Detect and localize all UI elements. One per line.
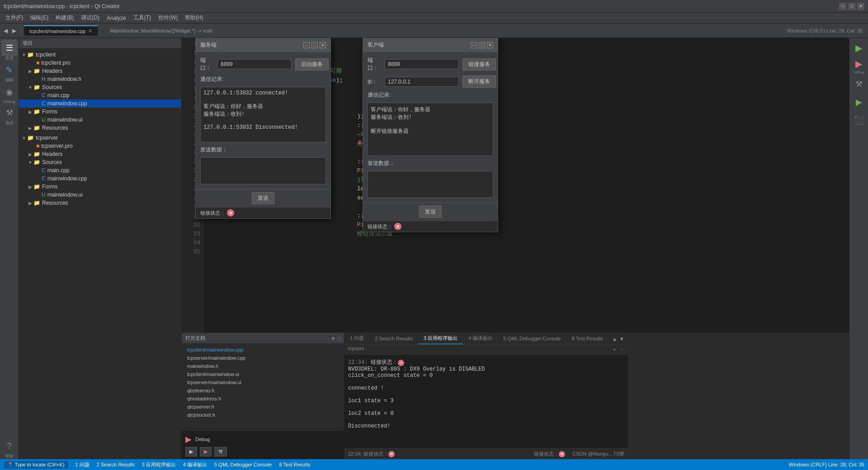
tree-item-forms1[interactable]: ▶ 📁 Forms — [19, 108, 181, 116]
client-close-btn[interactable]: ✕ — [487, 42, 493, 48]
output-line-status: 22:34: 链接状态：✕ — [348, 358, 624, 366]
menu-item-编辑(E)[interactable]: 编辑(E) — [27, 13, 52, 23]
menu-item-Analyze[interactable]: Analyze — [103, 14, 130, 22]
od-item-8[interactable]: qtcpserver.h — [182, 403, 344, 411]
status-locate[interactable]: 📍 Type to locate (Ctrl+K) — [4, 461, 68, 469]
tree-item-sources2[interactable]: ▼ 📁 Sources — [19, 158, 181, 166]
server-port-input[interactable] — [217, 59, 292, 69]
bottom-tab-compile[interactable]: 4 编译输出 — [463, 333, 498, 344]
tree-item-main-cpp1[interactable]: C main.cpp — [19, 91, 181, 99]
tree-label-pro: tcpclient.pro — [41, 60, 71, 66]
debug-run-btn[interactable]: ▶ — [200, 447, 212, 456]
od-item-2[interactable]: tcpserver/mainwindow.cpp — [182, 354, 344, 362]
menu-item-控件(W)[interactable]: 控件(W) — [155, 13, 181, 23]
tree-item-resources1[interactable]: ▶ 📁 Resources — [19, 124, 181, 132]
bottom-tab-down[interactable]: ▼ — [619, 336, 625, 342]
bottom-tab-search[interactable]: 2 Search Results — [369, 334, 418, 344]
bottom-tab-tests[interactable]: 8 Test Results — [566, 334, 609, 344]
status-search[interactable]: 2 Search Results — [97, 462, 135, 467]
tree-item-headers2[interactable]: ▶ 📁 Headers — [19, 150, 181, 158]
ds-build-btn[interactable]: ⚒ — [851, 76, 867, 92]
client-disconnect-btn[interactable]: 断开服务 — [462, 75, 496, 88]
output-line-disconnected: Disconnected! — [348, 423, 624, 429]
od-item-7[interactable]: qhostaddress.h — [182, 395, 344, 403]
server-send-btn[interactable]: 发送 — [252, 192, 274, 204]
od-item-6[interactable]: qbytearray.h — [182, 386, 344, 395]
menu-item-调试(D)[interactable]: 调试(D) — [77, 13, 103, 23]
tree-item-sources1[interactable]: ▼ 📁 Sources — [19, 83, 181, 91]
menu-item-文件(F)[interactable]: 文件(F) — [2, 13, 27, 23]
maximize-button[interactable]: □ — [848, 3, 855, 10]
tab-close-icon[interactable]: ✕ — [88, 28, 92, 34]
sidebar-item-edit[interactable]: ☰ — [1, 40, 18, 56]
run-btn[interactable]: ▶ — [185, 447, 197, 456]
status-appoutput[interactable]: 3 应用程序输出 — [142, 461, 176, 468]
output-add-btn[interactable]: ＋ — [612, 346, 617, 353]
sidebar-label-help: 帮助 — [5, 453, 14, 459]
client-ip-input[interactable] — [385, 77, 459, 87]
sidebar-item-help[interactable]: ? — [1, 438, 18, 454]
sidebar-item-debug[interactable]: ◉ — [1, 84, 18, 100]
tree-item-tcpserver-pro[interactable]: ■ tcpserver.pro — [19, 142, 181, 150]
menu-item-构建(B)[interactable]: 构建(B) — [52, 13, 77, 23]
sidebar-item-pencil[interactable]: ✎ — [1, 62, 18, 78]
tree-item-mainwindow-ui2[interactable]: U mainwindow.ui — [19, 191, 181, 199]
tree-item-resources2[interactable]: ▶ 📁 Resources — [19, 199, 181, 207]
status-qml[interactable]: 5 QML Debugger Console — [214, 462, 272, 467]
server-dialog-title[interactable]: 服务端 ─ □ ✕ — [196, 38, 330, 52]
server-send-area[interactable] — [200, 157, 326, 184]
toolbar-back[interactable]: ◀ — [2, 27, 9, 35]
bottom-tab-issues[interactable]: 1 问题 — [344, 333, 369, 344]
tree-item-main-cpp2[interactable]: C main.cpp — [19, 166, 181, 174]
server-minimize-btn[interactable]: ─ — [303, 42, 310, 48]
tree-item-mainwindow-cpp2[interactable]: C mainwindow.cpp — [19, 174, 181, 183]
ds-quickrun-btn[interactable]: ▶ — [851, 94, 867, 110]
od-item-5[interactable]: tcpserver/mainwindow.ui — [182, 378, 344, 386]
od-ctrl-2[interactable]: □ — [337, 336, 340, 341]
tree-item-mainwindow-ui1[interactable]: U mainwindow.ui — [19, 116, 181, 124]
app-output-controls: ＋ － — [612, 346, 624, 353]
tree-item-mainwindow-cpp1[interactable]: C mainwindow.cpp — [19, 99, 181, 108]
status-tests[interactable]: 8 Test Results — [279, 462, 310, 467]
close-button[interactable]: ✕ — [857, 3, 864, 10]
bottom-tab-up[interactable]: ▲ — [612, 336, 618, 342]
menu-item-工具(T)[interactable]: 工具(T) — [130, 13, 155, 23]
bottom-tab-appoutput[interactable]: 3 应用程序输出 — [418, 333, 463, 344]
status-issues[interactable]: 1 问题 — [75, 461, 90, 468]
tree-item-headers1[interactable]: ▶ 📁 Headers — [19, 67, 181, 75]
od-ctrl-1[interactable]: ▼ — [330, 336, 335, 341]
toolbar-forward[interactable]: ▶ — [10, 27, 18, 35]
od-item-9[interactable]: qtcpsocket.h — [182, 411, 344, 419]
tree-item-tcpclient-pro[interactable]: ■ tcpclient.pro — [19, 59, 181, 67]
od-item-4[interactable]: tcpclient/mainwindow.ui — [182, 370, 344, 378]
ds-debug-btn[interactable]: ▶ Debug — [851, 58, 867, 74]
od-item-3[interactable]: mainwindow.h — [182, 362, 344, 370]
ds-run-btn[interactable]: ▶ — [851, 40, 867, 56]
arrow-forms2: ▶ — [27, 184, 33, 189]
menu-item-帮助(H)[interactable]: 帮助(H) — [181, 13, 207, 23]
client-dialog-title[interactable]: 客户端 ─ □ ✕ — [363, 38, 498, 52]
client-send-btn[interactable]: 发送 — [419, 206, 442, 218]
server-maximize-btn[interactable]: □ — [311, 42, 318, 48]
server-start-btn[interactable]: 启动服务 — [295, 58, 329, 70]
sidebar-item-projects[interactable]: ⚒ — [1, 105, 18, 121]
od-item-1[interactable]: tcpclient/mainwindow.cpp — [182, 346, 344, 354]
tree-item-mainwindow-h1[interactable]: H mainwindow.h — [19, 75, 181, 83]
client-send-area[interactable] — [368, 171, 493, 198]
ds-stop-btn[interactable]: ⬛ — [851, 112, 867, 128]
server-close-btn[interactable]: ✕ — [320, 42, 326, 48]
editor-tab-mainwindow[interactable]: tcpclient/mainwindow.cpp ✕ — [24, 25, 98, 36]
client-log-label: 通信记录: — [368, 91, 493, 99]
tree-item-forms2[interactable]: ▶ 📁 Forms — [19, 183, 181, 191]
client-port-input[interactable] — [385, 59, 459, 69]
tree-item-tcpserver[interactable]: ▼ 📁 tcpserver — [19, 134, 181, 142]
build-btn[interactable]: ⚒ — [214, 447, 227, 456]
status-compile[interactable]: 4 编译输出 — [183, 461, 207, 468]
minimize-button[interactable]: ─ — [839, 3, 846, 10]
client-minimize-btn[interactable]: ─ — [471, 42, 477, 48]
client-maximize-btn[interactable]: □ — [479, 42, 485, 48]
output-remove-btn[interactable]: － — [619, 346, 624, 353]
bottom-tab-qml[interactable]: 5 QML Debugger Console — [498, 334, 566, 344]
client-connect-btn[interactable]: 链接服务 — [462, 58, 496, 70]
tree-item-tcpclient[interactable]: ▼ 📁 tcpclient — [19, 51, 181, 59]
